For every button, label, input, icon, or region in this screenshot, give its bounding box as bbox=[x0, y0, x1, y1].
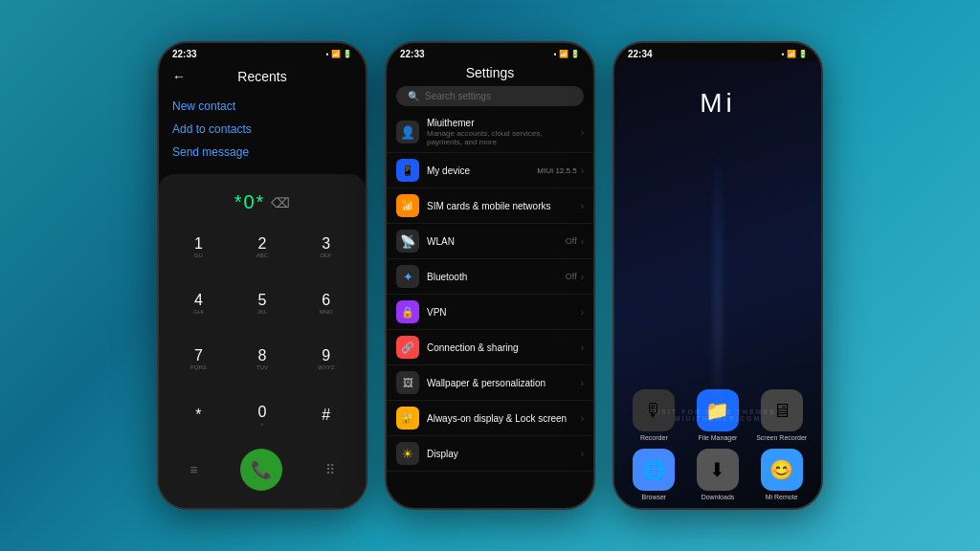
arrow-icon: › bbox=[581, 413, 584, 424]
status-time-2: 22:33 bbox=[400, 49, 425, 59]
wlan-icon: 📡 bbox=[396, 230, 419, 253]
menu-icon[interactable]: ≡ bbox=[189, 462, 197, 477]
recents-header: ← Recents bbox=[159, 61, 366, 92]
app-mi-remote[interactable]: 😊 Mi Remote bbox=[753, 449, 810, 500]
dialer-number: *0* bbox=[234, 191, 266, 213]
settings-item-miuithemer[interactable]: 👤 Miuithemer Manage accounts, cloud serv… bbox=[387, 112, 593, 153]
settings-item-vpn[interactable]: 🔒 VPN › bbox=[387, 295, 593, 330]
mydevice-icon: 📱 bbox=[396, 159, 419, 182]
settings-item-bluetooth[interactable]: ✦ Bluetooth Off › bbox=[387, 259, 593, 295]
status-time-1: 22:33 bbox=[172, 49, 197, 59]
settings-item-sim[interactable]: 📶 SIM cards & mobile networks › bbox=[387, 188, 593, 224]
notch-3 bbox=[684, 43, 751, 56]
arrow-icon: › bbox=[581, 307, 584, 318]
mi-remote-label: Mi Remote bbox=[766, 494, 798, 500]
bluetooth-info: Bluetooth bbox=[427, 272, 558, 282]
key-1[interactable]: 1GU bbox=[168, 221, 229, 274]
mydevice-right: MIUI 12.5.5 › bbox=[537, 165, 584, 176]
key-6[interactable]: 6MNO bbox=[296, 277, 356, 330]
wlan-right: Off › bbox=[566, 236, 584, 247]
miuithemer-info: Miuithemer Manage accounts, cloud servic… bbox=[427, 118, 573, 146]
add-to-contacts-link[interactable]: Add to contacts bbox=[172, 122, 352, 136]
wlan-value: Off bbox=[566, 236, 577, 246]
search-bar[interactable]: 🔍 Search settings bbox=[396, 86, 584, 106]
settings-item-wallpaper[interactable]: 🖼 Wallpaper & personalization › bbox=[387, 365, 593, 401]
display-info: Display bbox=[427, 449, 573, 459]
connection-icon: 🔗 bbox=[396, 336, 419, 359]
app-screen-recorder[interactable]: 🖥 Screen Recorder bbox=[753, 389, 810, 441]
settings-item-connection[interactable]: 🔗 Connection & sharing › bbox=[387, 330, 593, 365]
settings-list: 👤 Miuithemer Manage accounts, cloud serv… bbox=[387, 112, 593, 508]
search-placeholder: Search settings bbox=[425, 91, 491, 101]
key-hash[interactable]: # bbox=[296, 389, 356, 442]
arrow-icon: › bbox=[581, 272, 584, 282]
arrow-icon: › bbox=[581, 127, 584, 138]
key-3[interactable]: 3DEF bbox=[296, 221, 356, 274]
key-4[interactable]: 4GHI bbox=[168, 277, 229, 330]
key-7[interactable]: 7PQRS bbox=[168, 333, 229, 386]
dialpad-icon[interactable]: ⠿ bbox=[325, 462, 335, 477]
bluetooth-icon: ✦ bbox=[396, 265, 419, 288]
keypad: 1GU 2ABC 3DEF 4GHI 5JKL 6MNO 7PQRS 8TUV … bbox=[168, 221, 356, 441]
phone-1: 22:33 ▪ 📶 🔋 ← Recents New contact Add to… bbox=[157, 41, 368, 510]
sim-info: SIM cards & mobile networks bbox=[427, 201, 573, 211]
browser-icon: 🌐 bbox=[633, 449, 675, 491]
miui-version-badge: MIUI 12.5.5 bbox=[537, 166, 576, 175]
glow-line bbox=[717, 150, 719, 418]
status-icons-1: ▪ 📶 🔋 bbox=[326, 50, 352, 58]
status-time-3: 22:34 bbox=[628, 49, 653, 59]
recents-links: New contact Add to contacts Send message bbox=[159, 92, 366, 166]
arrow-icon: › bbox=[581, 201, 584, 211]
key-9[interactable]: 9WXYZ bbox=[296, 333, 356, 386]
phone1-content: ← Recents New contact Add to contacts Se… bbox=[159, 61, 366, 508]
phone2-screen: 22:33 ▪ 📶 🔋 Settings 🔍 Search settings 👤… bbox=[387, 43, 593, 508]
settings-item-lockscreen[interactable]: 🔐 Always-on display & Lock screen › bbox=[387, 401, 593, 436]
bluetooth-value: Off bbox=[566, 272, 577, 281]
status-icons-2: ▪ 📶 🔋 bbox=[554, 50, 580, 58]
settings-item-display[interactable]: ☀ Display › bbox=[387, 436, 593, 472]
new-contact-link[interactable]: New contact bbox=[172, 99, 352, 113]
key-star[interactable]: * bbox=[168, 389, 229, 442]
arrow-icon: › bbox=[581, 449, 584, 459]
home-content: Mi 🎙 Recorder 📁 File Manager 🖥 Screen Re… bbox=[614, 61, 821, 508]
back-arrow-icon[interactable]: ← bbox=[172, 69, 186, 84]
screen-recorder-label: Screen Recorder bbox=[756, 434, 807, 441]
key-0[interactable]: 0+ bbox=[233, 389, 293, 442]
wallpaper-right: › bbox=[581, 378, 584, 388]
vpn-name: VPN bbox=[427, 307, 573, 318]
wlan-info: WLAN bbox=[427, 236, 558, 247]
call-button[interactable]: 📞 bbox=[240, 449, 282, 491]
mydevice-name: My device bbox=[427, 165, 529, 176]
settings-item-wlan[interactable]: 📡 WLAN Off › bbox=[387, 224, 593, 259]
app-downloads[interactable]: ⬇ Downloads bbox=[690, 449, 746, 500]
mi-logo: Mi bbox=[622, 69, 813, 134]
send-message-link[interactable]: Send message bbox=[172, 145, 352, 159]
key-8[interactable]: 8TUV bbox=[233, 333, 293, 386]
app-browser[interactable]: 🌐 Browser bbox=[626, 449, 682, 500]
connection-right: › bbox=[581, 342, 584, 353]
phone-2: 22:33 ▪ 📶 🔋 Settings 🔍 Search settings 👤… bbox=[385, 41, 595, 510]
connection-name: Connection & sharing bbox=[427, 342, 573, 353]
lockscreen-icon: 🔐 bbox=[396, 407, 419, 430]
miuithemer-name: Miuithemer bbox=[427, 118, 573, 128]
recents-title: Recents bbox=[193, 69, 331, 84]
app-recorder[interactable]: 🎙 Recorder bbox=[626, 389, 682, 441]
phone-3: 22:34 ▪ 📶 🔋 Mi 🎙 Recorder 📁 File Manager… bbox=[612, 41, 823, 510]
lockscreen-info: Always-on display & Lock screen bbox=[427, 413, 573, 424]
screen-recorder-icon: 🖥 bbox=[761, 389, 803, 431]
display-right: › bbox=[581, 449, 584, 459]
recorder-icon: 🎙 bbox=[633, 389, 675, 431]
dialer-delete-icon[interactable]: ⌫ bbox=[271, 195, 290, 210]
key-5[interactable]: 5JKL bbox=[233, 277, 293, 330]
settings-title: Settings bbox=[387, 61, 593, 86]
key-2[interactable]: 2ABC bbox=[233, 221, 293, 274]
dialer-display: *0* ⌫ bbox=[168, 184, 356, 221]
settings-item-mydevice[interactable]: 📱 My device MIUI 12.5.5 › bbox=[387, 153, 593, 188]
miuithemer-sub: Manage accounts, cloud services, payment… bbox=[427, 129, 573, 146]
recorder-label: Recorder bbox=[640, 434, 668, 441]
display-icon: ☀ bbox=[396, 442, 419, 465]
vpn-info: VPN bbox=[427, 307, 573, 318]
notch-1 bbox=[229, 43, 296, 56]
arrow-icon: › bbox=[581, 342, 584, 353]
arrow-icon: › bbox=[581, 236, 584, 247]
